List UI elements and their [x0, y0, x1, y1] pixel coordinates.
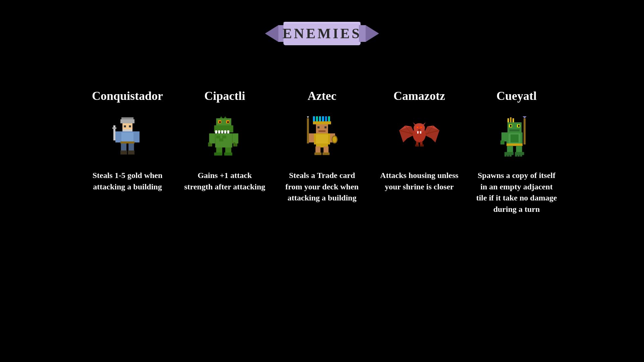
enemy-name-camazotz: Camazotz	[393, 89, 445, 103]
svg-rect-67	[323, 153, 330, 155]
svg-rect-27	[221, 130, 223, 133]
svg-rect-68	[309, 133, 314, 142]
enemy-name-cipactli: Cipactli	[204, 89, 245, 103]
svg-rect-48	[214, 153, 222, 156]
svg-rect-127	[520, 153, 522, 157]
svg-rect-91	[417, 131, 419, 133]
svg-rect-18	[128, 150, 135, 155]
svg-rect-22	[135, 131, 140, 142]
svg-rect-29	[227, 130, 229, 133]
svg-rect-62	[316, 134, 328, 143]
enemy-sprite-cueyatl	[496, 116, 537, 157]
svg-marker-70	[307, 116, 309, 118]
svg-rect-45	[235, 143, 237, 146]
enemy-sprite-conquistador	[107, 116, 148, 157]
svg-rect-9	[124, 125, 126, 127]
svg-rect-95	[415, 144, 417, 146]
svg-marker-4	[366, 25, 379, 42]
svg-rect-116	[501, 132, 506, 141]
svg-marker-102	[523, 116, 527, 118]
enemy-card-cueyatl: Cueyatl	[475, 89, 558, 215]
svg-rect-88	[417, 127, 418, 128]
svg-rect-49	[224, 153, 232, 156]
svg-rect-124	[509, 153, 512, 157]
svg-rect-42	[208, 142, 210, 146]
enemy-name-cueyatl: Cueyatl	[496, 89, 537, 103]
banner: ENEMIES	[265, 18, 379, 49]
enemy-sprite-aztec	[302, 116, 342, 157]
page-title: ENEMIES	[282, 25, 362, 42]
svg-rect-28	[224, 130, 226, 133]
svg-point-73	[333, 136, 337, 142]
svg-rect-57	[316, 124, 328, 133]
svg-rect-109	[510, 125, 512, 127]
svg-rect-94	[420, 142, 422, 145]
svg-rect-40	[209, 133, 215, 143]
svg-rect-10	[129, 125, 131, 127]
svg-rect-99	[421, 145, 423, 146]
svg-marker-35	[224, 116, 227, 118]
enemy-card-camazotz: Camazotz	[377, 89, 461, 192]
svg-rect-117	[500, 140, 504, 144]
svg-rect-89	[421, 127, 422, 128]
enemies-grid: Conquistador	[86, 89, 558, 215]
svg-rect-7	[120, 119, 135, 123]
svg-rect-58	[318, 126, 320, 128]
enemy-description-conquistador: Steals 1-5 gold when attacking a buildin…	[86, 170, 169, 192]
svg-rect-100	[423, 144, 424, 146]
svg-rect-37	[216, 135, 220, 138]
svg-rect-126	[518, 153, 520, 157]
enemy-sprite-cipactli	[205, 116, 245, 157]
enemy-card-aztec: Aztec	[280, 89, 364, 204]
svg-rect-44	[233, 142, 235, 146]
svg-rect-60	[319, 130, 326, 132]
svg-rect-123	[507, 153, 509, 157]
svg-rect-66	[315, 153, 322, 155]
svg-rect-33	[227, 121, 229, 123]
enemy-description-camazotz: Attacks housing unless your shrine is cl…	[377, 170, 461, 192]
svg-rect-115	[506, 143, 523, 146]
svg-rect-125	[515, 153, 517, 157]
enemy-description-aztec: Steals a Trade card from your deck when …	[280, 170, 364, 204]
svg-rect-19	[115, 131, 120, 142]
svg-rect-90	[418, 129, 420, 131]
svg-rect-17	[120, 150, 127, 155]
enemy-name-conquistador: Conquistador	[92, 89, 163, 103]
svg-rect-38	[222, 135, 226, 138]
svg-rect-13	[121, 132, 133, 141]
svg-rect-32	[219, 121, 221, 123]
enemy-card-conquistador: Conquistador	[86, 89, 169, 192]
svg-rect-110	[518, 125, 520, 127]
svg-rect-6	[121, 117, 133, 119]
svg-rect-101	[524, 118, 526, 144]
svg-rect-39	[219, 138, 223, 141]
enemy-description-cipactli: Gains +1 attack strength after attacking	[183, 170, 267, 192]
svg-rect-52	[319, 116, 321, 121]
enemy-sprite-camazotz	[399, 116, 439, 157]
svg-rect-97	[418, 144, 419, 146]
svg-rect-56	[313, 121, 331, 124]
svg-rect-55	[328, 116, 330, 121]
svg-marker-0	[265, 25, 278, 42]
svg-rect-59	[325, 126, 327, 128]
svg-rect-114	[511, 134, 519, 142]
svg-rect-14	[120, 141, 135, 143]
svg-rect-21	[112, 127, 116, 129]
svg-rect-25	[215, 130, 217, 133]
svg-rect-96	[417, 145, 418, 146]
enemy-name-aztec: Aztec	[308, 89, 336, 103]
enemy-card-cipactli: Cipactli	[183, 89, 267, 192]
svg-rect-5	[283, 22, 361, 23]
svg-rect-69	[307, 118, 309, 143]
enemy-description-cueyatl: Spawns a copy of itself in an empty adja…	[475, 170, 558, 215]
svg-rect-92	[420, 131, 421, 133]
svg-rect-26	[218, 130, 220, 133]
svg-marker-34	[220, 116, 223, 118]
svg-rect-41	[232, 133, 238, 143]
svg-rect-93	[416, 142, 418, 145]
svg-rect-111	[509, 129, 520, 131]
svg-rect-122	[504, 153, 506, 157]
svg-rect-43	[210, 143, 212, 146]
svg-rect-98	[420, 144, 421, 146]
